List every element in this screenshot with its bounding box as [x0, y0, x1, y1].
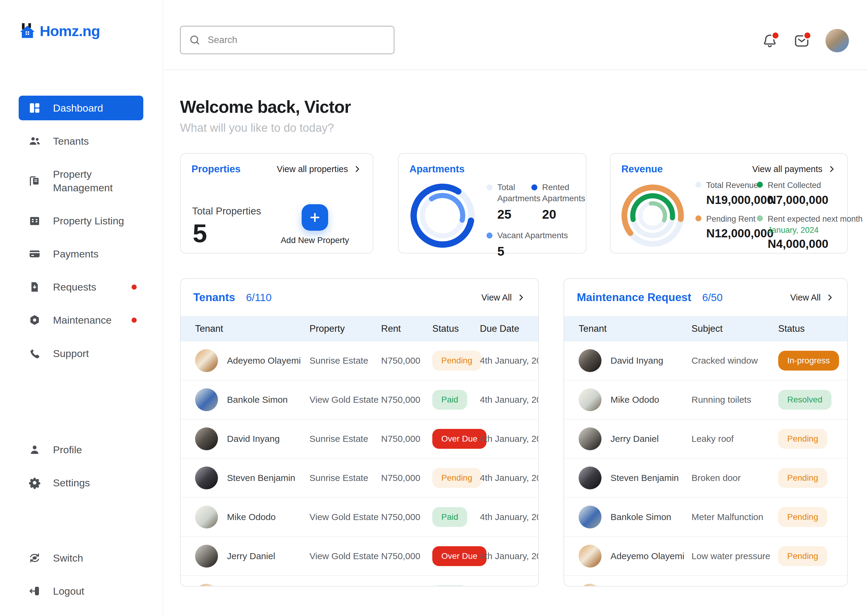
tenant-property: Sunrise Estate: [309, 473, 381, 483]
request-subject: Meter Malfunction: [692, 512, 778, 522]
requests-icon: [28, 281, 41, 293]
maintenance-col-status: Status: [778, 323, 835, 334]
tenant-due-date: 4th January, 2024: [480, 551, 539, 561]
properties-card-title: Properties: [191, 163, 241, 175]
tenant-avatar: [195, 427, 218, 450]
tenant-row[interactable]: Adeyemo Olayemi Sunrise Estate N750,000 …: [181, 341, 538, 380]
notifications-button[interactable]: [761, 33, 778, 49]
tenants-col-property: Property: [309, 323, 381, 334]
sidebar-nav: Dashboard Tenants Property Management Pr…: [19, 96, 143, 612]
status-badge: Pending: [778, 546, 827, 566]
sidebar-item-maintenance[interactable]: Maintenance: [19, 308, 143, 332]
maintenance-row[interactable]: David Inyang Cracked window In-progress: [564, 341, 847, 380]
request-subject: Cracked window: [692, 355, 778, 366]
legend-item-total-revenue: Total Revenue N19,000,000: [695, 180, 757, 207]
maintenance-table-title: Maintenance Request: [577, 291, 691, 304]
tenants-col-rent: Rent: [381, 323, 432, 334]
legend-value: N4,000,000: [768, 237, 862, 251]
legend-dot: [487, 233, 492, 239]
view-all-properties-link[interactable]: View all properties: [277, 164, 362, 174]
sidebar-item-switch[interactable]: Switch: [19, 545, 143, 570]
legend-item-pending-rent: Pending Rent N12,000,000: [695, 214, 757, 251]
sidebar-item-profile[interactable]: Profile: [19, 437, 143, 462]
sidebar-item-tenants[interactable]: Tenants: [19, 129, 143, 153]
tenant-row[interactable]: Mike Ododo View Gold Estate N750,000 Pai…: [181, 498, 538, 537]
maintenance-count: 6/50: [702, 291, 722, 303]
tenant-row[interactable]: David Inyang Sunrise Estate N750,000 Ove…: [181, 420, 538, 459]
app-root: Homz.ng Dashboard Tenants Property Manag…: [0, 0, 867, 616]
dashboard-icon: [28, 102, 41, 114]
tenant-row[interactable]: Steven Benjamin Sunrise Estate N750,000 …: [181, 459, 538, 498]
tenant-name: Jerry Daniel: [610, 434, 659, 444]
legend-dot: [757, 182, 763, 188]
tenant-row[interactable]: Jerry Daniel View Gold Estate N750,000 O…: [181, 537, 538, 576]
sidebar-item-settings[interactable]: Settings: [19, 470, 143, 495]
request-subject: Low water pressure: [692, 551, 778, 561]
legend-dot: [487, 184, 492, 190]
sidebar-item-requests[interactable]: Requests: [19, 275, 143, 299]
maintenance-row[interactable]: Mike Ododo Running toilets Resolved: [564, 380, 847, 420]
tenants-table-header: TenantPropertyRentStatusDue Date: [181, 316, 538, 341]
status-badge: Over Due: [432, 429, 487, 449]
tenant-property: View Gold Estate: [309, 512, 381, 522]
switch-icon: [28, 552, 41, 564]
topbar-actions: [761, 29, 849, 52]
tenant-avatar: [579, 545, 602, 567]
plus-icon: [308, 211, 322, 225]
legend-value: 5: [497, 244, 568, 259]
tenant-due-date: 4th January, 2024: [480, 512, 539, 522]
maintenance-view-all-link[interactable]: View All: [790, 293, 834, 303]
request-subject: Running toilets: [692, 394, 778, 405]
messages-button[interactable]: [793, 33, 810, 49]
status-badge: Paid: [432, 390, 467, 410]
chevron-right-icon: [353, 165, 362, 174]
user-avatar[interactable]: [826, 29, 849, 52]
tenants-table-title: Tenants: [193, 291, 235, 304]
sidebar-item-support[interactable]: Support: [19, 341, 143, 366]
apartments-donut-chart: [405, 178, 480, 253]
properties-card: Properties View all properties Total Pro…: [180, 153, 373, 253]
tenant-rent: N750,000: [381, 355, 432, 366]
sidebar-nav-main: Dashboard Tenants Property Management Pr…: [19, 96, 143, 366]
tenant-due-date: 4th January, 2024: [480, 473, 539, 483]
maintenance-row[interactable]: Bankole Simon Meter Malfunction Pending: [564, 498, 847, 537]
sidebar-item-logout[interactable]: Logout: [19, 579, 143, 603]
revenue-card-title: Revenue: [621, 163, 663, 175]
legend-sublabel: January, 2024: [768, 226, 862, 235]
maintenance-row[interactable]: Jerry Daniel Leaky roof Pending: [564, 420, 847, 459]
profile-icon: [28, 443, 41, 456]
revenue-card: Revenue View all payments Total Revenue …: [610, 153, 848, 253]
tenant-avatar: [195, 388, 218, 411]
brand-logo[interactable]: Homz.ng: [18, 22, 100, 40]
maintenance-row[interactable]: Adeyemo Olayemi Low water pressure Pendi…: [564, 537, 847, 576]
legend-label: Rent Collected: [768, 180, 828, 191]
sidebar-item-property-listing[interactable]: Property Listing: [19, 209, 143, 233]
sidebar-item-property-management[interactable]: Property Management: [19, 162, 143, 200]
tenant-avatar: [579, 388, 602, 411]
maintenance-row[interactable]: Steven Benjamin Broken door Pending: [564, 459, 847, 498]
sidebar-item-dashboard[interactable]: Dashboard: [19, 96, 143, 120]
legend-item-rented-apartments: Rented Apartments 20: [531, 182, 580, 222]
tenants-col-due-date: Due Date: [480, 323, 526, 334]
tenants-col-status: Status: [432, 323, 480, 334]
tenants-view-all-link[interactable]: View All: [481, 293, 526, 303]
logout-icon: [28, 585, 41, 597]
sidebar-item-payments[interactable]: Payments: [19, 242, 143, 266]
tenant-rent: N750,000: [381, 551, 432, 561]
sidebar-nav-tertiary: Switch Logout: [19, 545, 143, 603]
add-property-button[interactable]: [302, 204, 328, 231]
add-property-block: Add New Property: [273, 204, 357, 245]
tenant-property: Sunrise Estate: [309, 355, 381, 366]
property-listing-icon: [28, 214, 41, 227]
view-all-payments-link[interactable]: View all payments: [752, 164, 836, 174]
tenants-table-body: Adeyemo Olayemi Sunrise Estate N750,000 …: [181, 341, 538, 586]
tenant-row[interactable]: Bankole Simon View Gold Estate N750,000 …: [181, 380, 538, 420]
status-badge: Pending: [432, 351, 481, 371]
tenant-property: Sunrise Estate: [309, 434, 381, 444]
maintenance-row-partial[interactable]: [564, 576, 847, 586]
search-input[interactable]: [207, 34, 386, 46]
tenant-avatar: [195, 467, 218, 489]
search-bar: [180, 26, 394, 54]
tenant-row-partial[interactable]: Paid: [181, 576, 538, 586]
tenant-name: David Inyang: [227, 434, 280, 444]
